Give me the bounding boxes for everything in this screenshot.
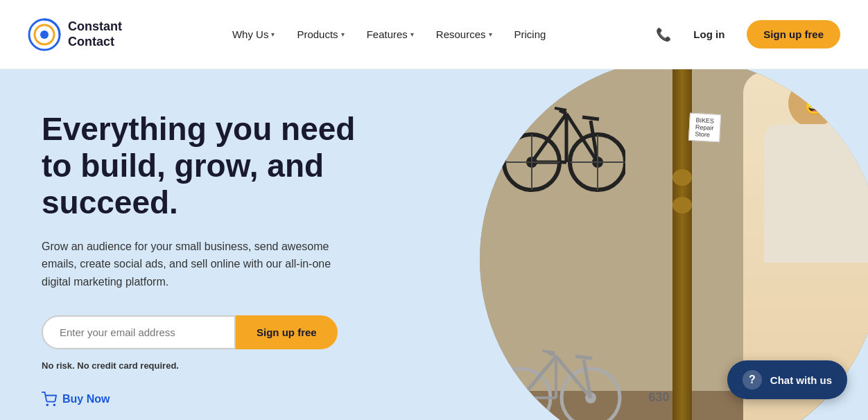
nav-pricing[interactable]: Pricing bbox=[505, 23, 556, 46]
logo-icon bbox=[28, 18, 61, 51]
svg-line-30 bbox=[575, 356, 592, 358]
main-nav: Why Us ▾ Products ▾ Features ▾ Resources… bbox=[223, 23, 555, 46]
hero-title: Everything you need to build, grow, and … bbox=[42, 111, 388, 221]
chat-widget[interactable]: ? Chat with us bbox=[727, 360, 847, 399]
logo-text: Constant Contact bbox=[68, 19, 122, 49]
chevron-down-icon: ▾ bbox=[341, 30, 345, 38]
phone-icon[interactable]: 📞 bbox=[656, 27, 671, 42]
svg-line-16 bbox=[555, 108, 566, 110]
nav-why-us[interactable]: Why Us ▾ bbox=[223, 23, 285, 46]
svg-line-14 bbox=[582, 117, 599, 119]
nav-features[interactable]: Features ▾ bbox=[357, 23, 424, 46]
chat-label: Chat with us bbox=[770, 374, 832, 386]
hero-subtitle: Grow an audience for your small business… bbox=[42, 238, 333, 291]
email-input[interactable] bbox=[42, 315, 236, 349]
svg-line-9 bbox=[532, 114, 566, 162]
login-button[interactable]: Log in bbox=[685, 23, 733, 46]
chat-question-icon: ? bbox=[743, 370, 762, 390]
signup-button[interactable]: Sign up free bbox=[747, 20, 840, 49]
buy-now-link[interactable]: Buy Now bbox=[42, 392, 388, 407]
hero-content: Everything you need to build, grow, and … bbox=[0, 69, 430, 420]
nav-resources[interactable]: Resources ▾ bbox=[426, 23, 502, 46]
svg-point-4 bbox=[53, 405, 55, 406]
svg-point-3 bbox=[46, 405, 48, 406]
chevron-down-icon: ▾ bbox=[271, 30, 275, 38]
cart-icon bbox=[42, 392, 57, 407]
svg-point-2 bbox=[40, 30, 49, 39]
svg-line-32 bbox=[542, 351, 555, 353]
no-risk-text: No risk. No credit card required. bbox=[42, 360, 388, 371]
hero-signup-button[interactable]: Sign up free bbox=[236, 315, 338, 349]
chevron-down-icon: ▾ bbox=[489, 30, 492, 38]
header-actions: 📞 Log in Sign up free bbox=[656, 20, 840, 49]
chevron-down-icon: ▾ bbox=[410, 30, 414, 38]
site-header: Constant Contact Why Us ▾ Products ▾ Fea… bbox=[0, 0, 868, 69]
nav-products[interactable]: Products ▾ bbox=[287, 23, 354, 46]
logo[interactable]: Constant Contact bbox=[28, 18, 122, 51]
signup-form: Sign up free bbox=[42, 315, 388, 349]
